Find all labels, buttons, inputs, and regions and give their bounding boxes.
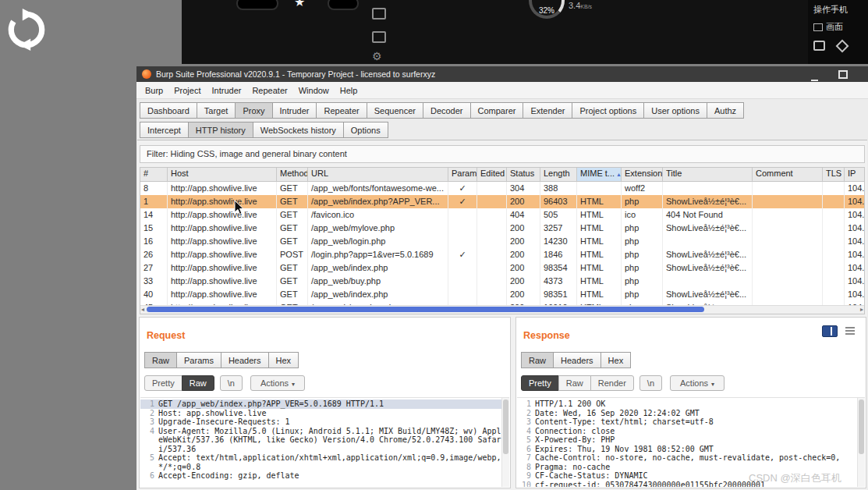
column-header-method[interactable]: Method	[277, 168, 308, 181]
tab-target[interactable]: Target	[197, 102, 236, 119]
table-row[interactable]: 27http://app.showlive.liveGET/app_web/in…	[140, 261, 865, 275]
send-icon[interactable]: ★	[294, 0, 305, 9]
request-tab-raw[interactable]: Raw	[144, 352, 177, 368]
menu-item-intruder[interactable]: Intruder	[207, 84, 247, 97]
subtab-options[interactable]: Options	[343, 122, 388, 138]
request-actions-button[interactable]: Actions▾	[250, 375, 305, 391]
column-header-col[interactable]: #	[140, 168, 168, 181]
menu-item-window[interactable]: Window	[293, 84, 335, 97]
response-render-button[interactable]: Render	[590, 375, 634, 391]
cell-status: 200	[507, 222, 540, 235]
column-header-extension[interactable]: Extension	[622, 168, 663, 181]
screenshot-icon[interactable]	[813, 41, 825, 51]
tab-authz[interactable]: Authz	[707, 102, 744, 119]
cell-params	[448, 222, 477, 235]
tab-intruder[interactable]: Intruder	[272, 102, 317, 119]
column-header-comment[interactable]: Comment	[753, 168, 823, 181]
request-scrollbar-thumb[interactable]	[503, 399, 508, 454]
request-editor[interactable]: 1GET /app_web/index.php?APP_VER=5.0.1689…	[140, 397, 509, 487]
menu-item-burp[interactable]: Burp	[140, 84, 168, 97]
pip-icon[interactable]	[372, 8, 386, 20]
toolbar-pill-button[interactable]	[328, 0, 359, 10]
column-header-length[interactable]: Length	[540, 168, 577, 181]
menu-item-help[interactable]: Help	[335, 84, 363, 97]
tab-sequencer[interactable]: Sequencer	[367, 102, 423, 119]
cell-method: GET	[277, 222, 308, 235]
gem-icon[interactable]	[836, 39, 849, 52]
tab-decoder[interactable]: Decoder	[423, 102, 471, 119]
response-tab-hex[interactable]: Hex	[601, 352, 632, 368]
tab-extender[interactable]: Extender	[523, 102, 572, 119]
tab-repeater[interactable]: Repeater	[316, 102, 367, 119]
cell-mime-t: HTML	[577, 261, 622, 275]
scrollbar-thumb[interactable]	[147, 307, 704, 312]
cell-url: /favicon.ico	[308, 208, 448, 222]
column-header-mime-t[interactable]: MIME t...▲	[577, 168, 622, 181]
maximize-icon	[838, 70, 848, 79]
request-tab-params[interactable]: Params	[176, 352, 221, 368]
subtab-intercept[interactable]: Intercept	[140, 122, 189, 138]
layout-menu-icon[interactable]	[845, 327, 855, 335]
table-row[interactable]: 14http://app.showlive.liveGET/favicon.ic…	[140, 208, 865, 222]
tab-dashboard[interactable]: Dashboard	[140, 102, 197, 119]
cell-title: ShowLiveå½±é¦³è€...	[663, 261, 753, 275]
response-tab-headers[interactable]: Headers	[553, 352, 601, 368]
request-pretty-button[interactable]: Pretty	[144, 375, 182, 391]
response-newline-toggle-button[interactable]: \n	[639, 375, 662, 391]
tab-user-options[interactable]: User options	[643, 102, 707, 119]
filter-bar[interactable]: Filter: Hiding CSS, image and general bi…	[140, 145, 865, 163]
column-header-ip[interactable]: IP	[845, 168, 865, 181]
filter-text: Filter: Hiding CSS, image and general bi…	[147, 149, 347, 158]
column-header-edited[interactable]: Edited	[477, 168, 507, 181]
cell-comment	[753, 222, 823, 235]
toolbar-pill-button[interactable]	[236, 0, 278, 10]
response-tab-raw[interactable]: Raw	[521, 352, 554, 368]
cell-title: ShowLiveå½±é¦³è€...	[663, 248, 753, 261]
response-raw-button[interactable]: Raw	[558, 375, 591, 391]
column-header-status[interactable]: Status	[507, 168, 540, 181]
title-bar[interactable]: Burp Suite Professional v2020.9.1 - Temp…	[136, 66, 868, 82]
screen-option[interactable]: 画面	[813, 21, 863, 33]
cell-edited	[477, 288, 507, 301]
column-header-url[interactable]: URL	[308, 168, 448, 181]
cell-status: 200	[507, 248, 540, 261]
window-icon[interactable]	[372, 31, 386, 43]
cell-host: http://app.showlive.live	[168, 275, 277, 288]
line-text: Accept-Encoding: gzip, deflate	[158, 471, 501, 481]
column-header-host[interactable]: Host	[168, 168, 277, 181]
subtab-websockets-history[interactable]: WebSockets history	[253, 122, 344, 138]
request-tab-hex[interactable]: Hex	[268, 352, 299, 368]
request-newline-toggle-button[interactable]: \n	[220, 375, 243, 391]
tab-proxy[interactable]: Proxy	[235, 102, 272, 119]
column-header-title[interactable]: Title	[663, 168, 753, 181]
request-raw-button[interactable]: Raw	[182, 375, 214, 391]
table-row[interactable]: 15http://app.showlive.liveGET/app_web/my…	[140, 222, 865, 235]
horizontal-scrollbar[interactable]: ◂ ▸	[140, 305, 864, 314]
cell-url: /app_web/index.php	[308, 261, 448, 275]
table-row[interactable]: 8http://app.showlive.liveGET/app_web/fon…	[140, 182, 865, 195]
response-actions-button[interactable]: Actions▾	[670, 375, 725, 391]
response-editor-scrollbar[interactable]	[857, 398, 865, 487]
tab-project-options[interactable]: Project options	[572, 102, 644, 119]
table-row[interactable]: 40http://app.showlive.liveGET/app_web/in…	[140, 288, 865, 301]
menu-item-project[interactable]: Project	[168, 84, 206, 97]
maximize-button[interactable]	[838, 70, 848, 80]
menu-item-repeater[interactable]: Repeater	[246, 84, 292, 97]
response-pretty-button[interactable]: Pretty	[521, 375, 559, 391]
table-row[interactable]: 1http://app.showlive.liveGET/app_web/ind…	[140, 195, 865, 208]
response-scrollbar-thumb[interactable]	[859, 399, 864, 454]
column-header-params[interactable]: Params	[448, 168, 477, 181]
column-header-tls[interactable]: TLS	[823, 168, 845, 181]
scroll-left-icon[interactable]: ◂	[141, 306, 144, 314]
settings-gear-icon[interactable]: ⚙	[372, 50, 382, 62]
request-mode-segments: PrettyRaw	[144, 375, 214, 391]
table-row[interactable]: 26http://app.showlive.livePOST/login.php…	[140, 248, 865, 261]
table-row[interactable]: 16http://app.showlive.liveGET/app_web/lo…	[140, 235, 865, 248]
request-editor-scrollbar[interactable]	[501, 398, 509, 487]
tab-comparer[interactable]: Comparer	[470, 102, 524, 119]
scroll-right-icon[interactable]: ▸	[860, 306, 863, 314]
subtab-http-history[interactable]: HTTP history	[188, 122, 253, 138]
layout-split-icon[interactable]	[822, 325, 838, 337]
request-tab-headers[interactable]: Headers	[221, 352, 269, 368]
table-row[interactable]: 33http://app.showlive.liveGET/app_web/bu…	[140, 275, 865, 288]
